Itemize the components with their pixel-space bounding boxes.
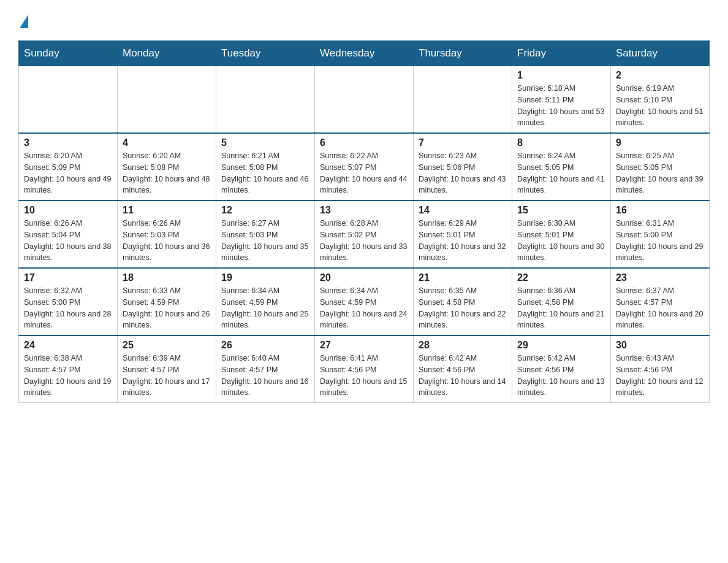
- calendar-day-cell: 30Sunrise: 6:43 AM Sunset: 4:56 PM Dayli…: [611, 335, 710, 403]
- calendar-day-cell: 19Sunrise: 6:34 AM Sunset: 4:59 PM Dayli…: [216, 268, 315, 335]
- calendar-day-cell: 4Sunrise: 6:20 AM Sunset: 5:08 PM Daylig…: [118, 133, 216, 201]
- day-number: 8: [517, 137, 605, 148]
- day-sun-info: Sunrise: 6:26 AM Sunset: 5:04 PM Dayligh…: [24, 218, 112, 264]
- day-number: 7: [419, 137, 507, 148]
- calendar-day-cell: 2Sunrise: 6:19 AM Sunset: 5:10 PM Daylig…: [611, 66, 710, 134]
- calendar-day-cell: 1Sunrise: 6:18 AM Sunset: 5:11 PM Daylig…: [512, 66, 611, 134]
- day-number: 26: [221, 340, 309, 351]
- day-number: 27: [320, 340, 408, 351]
- day-sun-info: Sunrise: 6:40 AM Sunset: 4:57 PM Dayligh…: [221, 353, 309, 399]
- day-sun-info: Sunrise: 6:38 AM Sunset: 4:57 PM Dayligh…: [24, 353, 112, 399]
- calendar-day-cell: 23Sunrise: 6:37 AM Sunset: 4:57 PM Dayli…: [611, 268, 710, 335]
- day-sun-info: Sunrise: 6:25 AM Sunset: 5:05 PM Dayligh…: [616, 150, 704, 196]
- calendar-day-cell: 10Sunrise: 6:26 AM Sunset: 5:04 PM Dayli…: [19, 201, 118, 268]
- calendar-week-row: 3Sunrise: 6:20 AM Sunset: 5:09 PM Daylig…: [19, 133, 710, 201]
- day-sun-info: Sunrise: 6:18 AM Sunset: 5:11 PM Dayligh…: [517, 83, 605, 129]
- calendar-week-row: 17Sunrise: 6:32 AM Sunset: 5:00 PM Dayli…: [19, 268, 710, 335]
- day-of-week-header: Saturday: [611, 41, 710, 66]
- calendar-day-cell: 18Sunrise: 6:33 AM Sunset: 4:59 PM Dayli…: [118, 268, 216, 335]
- day-number: 23: [616, 272, 704, 283]
- day-sun-info: Sunrise: 6:29 AM Sunset: 5:01 PM Dayligh…: [419, 218, 507, 264]
- calendar-day-cell: 20Sunrise: 6:34 AM Sunset: 4:59 PM Dayli…: [315, 268, 414, 335]
- calendar-header-row: SundayMondayTuesdayWednesdayThursdayFrid…: [19, 41, 710, 66]
- calendar-day-cell: 16Sunrise: 6:31 AM Sunset: 5:00 PM Dayli…: [611, 201, 710, 268]
- calendar-day-cell: [19, 66, 118, 134]
- day-sun-info: Sunrise: 6:27 AM Sunset: 5:03 PM Dayligh…: [221, 218, 309, 264]
- day-number: 28: [419, 340, 507, 351]
- day-number: 10: [24, 205, 112, 216]
- calendar-day-cell: 7Sunrise: 6:23 AM Sunset: 5:06 PM Daylig…: [414, 133, 512, 201]
- calendar-week-row: 10Sunrise: 6:26 AM Sunset: 5:04 PM Dayli…: [19, 201, 710, 268]
- day-sun-info: Sunrise: 6:19 AM Sunset: 5:10 PM Dayligh…: [616, 83, 704, 129]
- day-sun-info: Sunrise: 6:37 AM Sunset: 4:57 PM Dayligh…: [616, 285, 704, 331]
- calendar-day-cell: [414, 66, 512, 134]
- day-number: 11: [123, 205, 211, 216]
- day-sun-info: Sunrise: 6:34 AM Sunset: 4:59 PM Dayligh…: [320, 285, 408, 331]
- day-number: 13: [320, 205, 408, 216]
- day-number: 4: [123, 137, 211, 148]
- logo-triangle-icon: [20, 15, 28, 28]
- day-number: 15: [517, 205, 605, 216]
- day-number: 17: [24, 272, 112, 283]
- day-sun-info: Sunrise: 6:26 AM Sunset: 5:03 PM Dayligh…: [123, 218, 211, 264]
- calendar-day-cell: 13Sunrise: 6:28 AM Sunset: 5:02 PM Dayli…: [315, 201, 414, 268]
- calendar-day-cell: 26Sunrise: 6:40 AM Sunset: 4:57 PM Dayli…: [216, 335, 315, 403]
- calendar-day-cell: [118, 66, 216, 134]
- calendar-day-cell: 28Sunrise: 6:42 AM Sunset: 4:56 PM Dayli…: [414, 335, 512, 403]
- day-sun-info: Sunrise: 6:35 AM Sunset: 4:58 PM Dayligh…: [419, 285, 507, 331]
- day-sun-info: Sunrise: 6:41 AM Sunset: 4:56 PM Dayligh…: [320, 353, 408, 399]
- day-sun-info: Sunrise: 6:39 AM Sunset: 4:57 PM Dayligh…: [123, 353, 211, 399]
- day-sun-info: Sunrise: 6:42 AM Sunset: 4:56 PM Dayligh…: [419, 353, 507, 399]
- day-number: 14: [419, 205, 507, 216]
- calendar-day-cell: 17Sunrise: 6:32 AM Sunset: 5:00 PM Dayli…: [19, 268, 118, 335]
- calendar-week-row: 1Sunrise: 6:18 AM Sunset: 5:11 PM Daylig…: [19, 66, 710, 134]
- day-sun-info: Sunrise: 6:31 AM Sunset: 5:00 PM Dayligh…: [616, 218, 704, 264]
- calendar-day-cell: 27Sunrise: 6:41 AM Sunset: 4:56 PM Dayli…: [315, 335, 414, 403]
- calendar-day-cell: 21Sunrise: 6:35 AM Sunset: 4:58 PM Dayli…: [414, 268, 512, 335]
- calendar-day-cell: 22Sunrise: 6:36 AM Sunset: 4:58 PM Dayli…: [512, 268, 611, 335]
- calendar-day-cell: 3Sunrise: 6:20 AM Sunset: 5:09 PM Daylig…: [19, 133, 118, 201]
- calendar-table: SundayMondayTuesdayWednesdayThursdayFrid…: [18, 40, 710, 403]
- day-sun-info: Sunrise: 6:23 AM Sunset: 5:06 PM Dayligh…: [419, 150, 507, 196]
- day-number: 25: [123, 340, 211, 351]
- day-sun-info: Sunrise: 6:22 AM Sunset: 5:07 PM Dayligh…: [320, 150, 408, 196]
- day-sun-info: Sunrise: 6:28 AM Sunset: 5:02 PM Dayligh…: [320, 218, 408, 264]
- day-number: 22: [517, 272, 605, 283]
- day-number: 9: [616, 137, 704, 148]
- calendar-day-cell: [216, 66, 315, 134]
- calendar-day-cell: [315, 66, 414, 134]
- calendar-day-cell: 14Sunrise: 6:29 AM Sunset: 5:01 PM Dayli…: [414, 201, 512, 268]
- calendar-day-cell: 6Sunrise: 6:22 AM Sunset: 5:07 PM Daylig…: [315, 133, 414, 201]
- calendar-day-cell: 5Sunrise: 6:21 AM Sunset: 5:08 PM Daylig…: [216, 133, 315, 201]
- day-sun-info: Sunrise: 6:33 AM Sunset: 4:59 PM Dayligh…: [123, 285, 211, 331]
- day-sun-info: Sunrise: 6:24 AM Sunset: 5:05 PM Dayligh…: [517, 150, 605, 196]
- day-number: 5: [221, 137, 309, 148]
- day-sun-info: Sunrise: 6:43 AM Sunset: 4:56 PM Dayligh…: [616, 353, 704, 399]
- calendar-day-cell: 24Sunrise: 6:38 AM Sunset: 4:57 PM Dayli…: [19, 335, 118, 403]
- day-number: 20: [320, 272, 408, 283]
- day-of-week-header: Sunday: [19, 41, 118, 66]
- day-sun-info: Sunrise: 6:36 AM Sunset: 4:58 PM Dayligh…: [517, 285, 605, 331]
- day-sun-info: Sunrise: 6:30 AM Sunset: 5:01 PM Dayligh…: [517, 218, 605, 264]
- day-number: 29: [517, 340, 605, 351]
- day-number: 21: [419, 272, 507, 283]
- calendar-day-cell: 15Sunrise: 6:30 AM Sunset: 5:01 PM Dayli…: [512, 201, 611, 268]
- day-sun-info: Sunrise: 6:42 AM Sunset: 4:56 PM Dayligh…: [517, 353, 605, 399]
- day-sun-info: Sunrise: 6:20 AM Sunset: 5:09 PM Dayligh…: [24, 150, 112, 196]
- calendar-day-cell: 11Sunrise: 6:26 AM Sunset: 5:03 PM Dayli…: [118, 201, 216, 268]
- day-number: 2: [616, 70, 704, 81]
- day-number: 1: [517, 70, 605, 81]
- page-header: [18, 12, 710, 28]
- day-sun-info: Sunrise: 6:32 AM Sunset: 5:00 PM Dayligh…: [24, 285, 112, 331]
- logo: [18, 12, 28, 28]
- day-of-week-header: Tuesday: [216, 41, 315, 66]
- day-of-week-header: Wednesday: [315, 41, 414, 66]
- day-number: 12: [221, 205, 309, 216]
- calendar-day-cell: 29Sunrise: 6:42 AM Sunset: 4:56 PM Dayli…: [512, 335, 611, 403]
- day-of-week-header: Thursday: [414, 41, 512, 66]
- day-sun-info: Sunrise: 6:20 AM Sunset: 5:08 PM Dayligh…: [123, 150, 211, 196]
- day-number: 16: [616, 205, 704, 216]
- day-number: 6: [320, 137, 408, 148]
- day-sun-info: Sunrise: 6:34 AM Sunset: 4:59 PM Dayligh…: [221, 285, 309, 331]
- day-of-week-header: Friday: [512, 41, 611, 66]
